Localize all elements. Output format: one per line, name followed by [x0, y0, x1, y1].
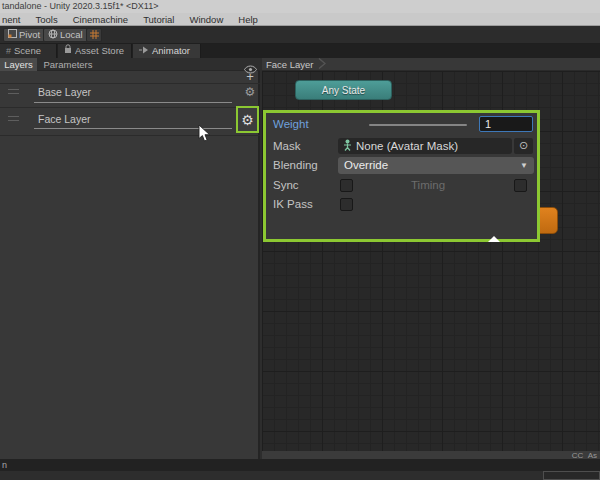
grid-snap-icon: [89, 26, 100, 44]
breadcrumb-chevron-icon: [318, 58, 326, 71]
weight-slider[interactable]: [369, 124, 467, 126]
blending-label: Blending: [273, 159, 318, 171]
menu-item-tutorial[interactable]: Tutorial: [143, 13, 174, 25]
globe-icon: [48, 29, 58, 42]
add-layer-button[interactable]: +: [242, 70, 258, 84]
object-picker-icon: ⊙: [519, 139, 528, 151]
blending-dropdown[interactable]: Override ▼: [338, 157, 534, 174]
menu-item-cinemachine[interactable]: Cinemachine: [73, 13, 128, 25]
weight-label: Weight: [273, 118, 309, 130]
window-title: tandalone - Unity 2020.3.15f1* <DX11>: [2, 1, 158, 11]
tab-asset-store-label: Asset Store: [75, 44, 124, 58]
tab-animator[interactable]: Animator: [133, 44, 201, 58]
popup-pointer-arrow: [488, 236, 500, 242]
bottom-strip: [0, 471, 600, 480]
sync-label: Sync: [273, 179, 299, 191]
layer-settings-popup: Weight 1 Mask None (Avatar Mask) ⊙ Blend…: [263, 110, 540, 242]
layer-name: Face Layer: [38, 113, 91, 125]
menu-item-component[interactable]: nent: [2, 13, 21, 25]
breadcrumb-item-face-layer[interactable]: Face Layer: [266, 59, 314, 70]
local-label: Local: [60, 29, 83, 41]
tab-layers[interactable]: Layers: [0, 58, 37, 71]
any-state-label: Any State: [322, 85, 365, 96]
gear-icon: ⚙: [241, 112, 254, 128]
object-picker-button[interactable]: ⊙: [514, 138, 533, 154]
layer-settings-gear-button[interactable]: ⚙: [242, 85, 258, 99]
mask-field-value: None (Avatar Mask): [356, 140, 458, 152]
ik-pass-checkbox[interactable]: [340, 198, 353, 211]
avatar-mask-icon: [342, 139, 353, 153]
mouse-cursor: [198, 124, 211, 147]
pivot-icon: [8, 29, 17, 41]
mask-label: Mask: [273, 140, 300, 152]
sync-checkbox[interactable]: [340, 179, 353, 192]
tab-parameters[interactable]: Parameters: [37, 58, 99, 71]
main-toolbar: Pivot Local: [0, 26, 600, 44]
chevron-down-icon: ▼: [520, 157, 528, 174]
tab-asset-store[interactable]: Asset Store: [58, 44, 132, 58]
timing-label: Timing: [411, 179, 445, 191]
layer-weight-bar: [34, 102, 232, 103]
breadcrumb: Face Layer: [262, 58, 600, 71]
pivot-label: Pivot: [19, 29, 40, 41]
status-bar: n: [0, 459, 600, 471]
unity-editor-window: tandalone - Unity 2020.3.15f1* <DX11> ne…: [0, 0, 600, 480]
menu-bar: nent Tools Cinemachine Tutorial Window H…: [0, 13, 600, 26]
pivot-button[interactable]: Pivot: [3, 28, 45, 42]
layers-parameters-tabs: Layers Parameters: [0, 58, 260, 71]
tab-scene[interactable]: # Scene: [0, 44, 57, 58]
progress-box: [543, 471, 600, 480]
face-layer-settings-gear-button[interactable]: ⚙: [236, 106, 259, 133]
lock-icon: [64, 44, 72, 58]
ik-pass-label: IK Pass: [273, 198, 313, 210]
status-text: n: [2, 460, 7, 470]
timing-checkbox[interactable]: [514, 179, 527, 192]
tab-animator-label: Animator: [152, 44, 190, 58]
animator-icon: [139, 44, 149, 58]
drag-handle-icon[interactable]: [8, 116, 19, 121]
menu-item-window[interactable]: Window: [189, 13, 223, 25]
menu-item-help[interactable]: Help: [238, 13, 258, 25]
window-title-bar: tandalone - Unity 2020.3.15f1* <DX11>: [0, 0, 600, 13]
menu-item-tools[interactable]: Tools: [36, 13, 58, 25]
tab-scene-label: Scene: [14, 44, 41, 58]
animator-layers-panel: Layers Parameters + Base Layer ⚙ Face La…: [0, 58, 260, 459]
mask-object-field[interactable]: None (Avatar Mask): [338, 138, 512, 154]
drag-handle-icon[interactable]: [8, 89, 19, 94]
scene-grid-icon: #: [6, 44, 11, 58]
grid-snap-toggle-button[interactable]: [86, 28, 102, 42]
window-tab-bar: # Scene Asset Store Animator: [0, 44, 600, 58]
weight-input[interactable]: 1: [479, 116, 533, 132]
any-state-node[interactable]: Any State: [295, 80, 392, 100]
blending-value: Override: [344, 159, 388, 171]
local-button[interactable]: Local: [43, 28, 88, 42]
layer-name: Base Layer: [38, 86, 91, 98]
